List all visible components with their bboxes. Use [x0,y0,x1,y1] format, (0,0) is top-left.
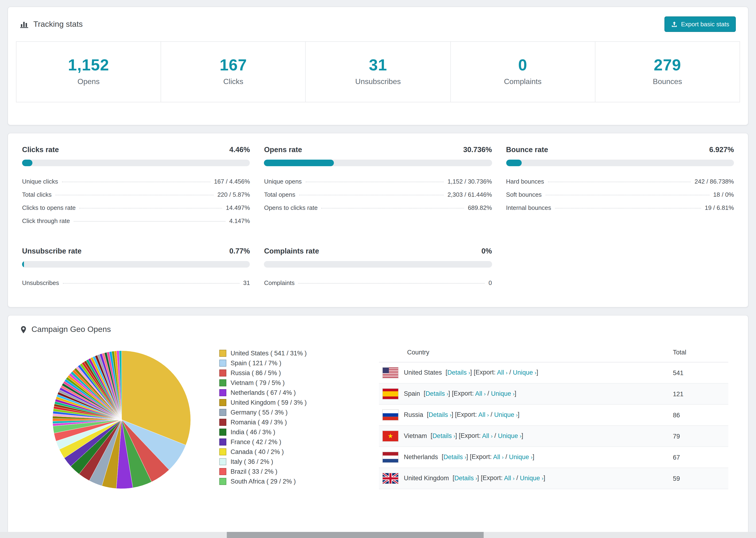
details-link[interactable]: Details › [429,411,452,418]
country-cell: Germany [Details ›] [Export: All › / Uni… [379,489,669,494]
metric-value: 167 / 4.456% [214,178,250,185]
details-link[interactable]: Details › [432,432,455,439]
legend-swatch [219,360,226,367]
stat-label: Bounces [595,78,739,86]
chevron-right-icon: › [502,454,504,460]
export-all-link[interactable]: All › [478,411,489,418]
legend-item: Vietnam ( 79 / 5% ) [219,378,360,388]
legend-item: India ( 46 / 3% ) [219,427,360,437]
chevron-right-icon: › [487,412,489,418]
dotted-leader [299,194,444,195]
metric-row: Complaints0 [264,276,492,289]
chevron-right-icon: › [513,475,514,481]
total-cell: 55 [669,489,728,494]
stat-box-unsubscribes: 31Unsubscribes [305,41,451,102]
table-row: Vietnam [Details ›] [Export: All › / Uni… [379,426,728,447]
legend-item: Canada ( 40 / 2% ) [219,447,360,457]
metric-row: Soft bounces18 / 0% [506,188,734,201]
legend-label: Germany ( 55 / 3% ) [231,409,288,416]
export-unique-link[interactable]: Unique › [520,474,543,481]
export-label: Export: [475,369,496,376]
chevron-right-icon: › [506,370,507,375]
progress-track [264,261,492,268]
tracking-stats-title: Tracking stats [33,20,82,29]
progress-fill [22,261,24,268]
export-label: Export: [472,453,492,460]
flag-ru [383,410,398,420]
details-link[interactable]: Details › [444,453,466,460]
dotted-leader [63,283,240,283]
details-link[interactable]: Details › [454,474,477,481]
legend-label: Spain ( 121 / 7% ) [231,360,281,367]
dotted-leader [545,194,710,195]
country-cell: Russia [Details ›] [Export: All › / Uniq… [379,404,669,426]
legend-label: Canada ( 40 / 2% ) [231,448,284,456]
country-cell: United Kingdom [Details ›] [Export: All … [379,468,669,489]
export-unique-link[interactable]: Unique › [491,390,514,397]
details-link[interactable]: Details › [447,369,470,376]
country-cell: Spain [Details ›] [Export: All › / Uniqu… [379,383,669,404]
legend-swatch [219,389,226,396]
chevron-right-icon: › [513,391,514,397]
rate-value: 6.927% [709,145,734,154]
total-cell: 79 [669,426,728,447]
table-row: Russia [Details ›] [Export: All › / Uniq… [379,404,728,426]
metric-label: Unique opens [264,178,302,185]
export-all-link[interactable]: All › [493,453,504,460]
export-unique-link[interactable]: Unique › [513,369,536,376]
table-row: Netherlands [Details ›] [Export: All › /… [379,447,728,468]
metric-value: 0 [489,279,492,286]
legend-swatch [219,439,226,446]
rate-title: Unsubscribe rate [22,247,81,255]
stat-label: Opens [17,78,161,86]
total-cell: 121 [669,383,728,404]
legend-label: South Africa ( 29 / 2% ) [231,478,296,485]
export-label: Export: [454,390,474,397]
export-basic-stats-button[interactable]: Export basic stats [665,17,736,32]
metric-label: Internal bounces [506,204,551,211]
legend-item: Russia ( 86 / 5% ) [219,368,360,378]
legend-label: Brazil ( 33 / 2% ) [231,468,278,475]
legend-label: France ( 42 / 2% ) [231,439,281,446]
progress-track [506,160,734,166]
unsubscribe-rate: Unsubscribe rate0.77%Unsubscribes31 [22,247,250,289]
export-all-link[interactable]: All › [482,432,493,439]
legend-swatch [219,369,226,377]
legend-item: Spain ( 121 / 7% ) [219,358,360,368]
metric-label: Clicks to opens rate [22,204,76,211]
export-unique-link[interactable]: Unique › [498,432,521,439]
metric-value: 220 / 5.87% [217,191,250,198]
legend-swatch [219,448,226,456]
metric-row: Total opens2,303 / 61.446% [264,188,492,201]
stat-value: 1,152 [17,56,161,74]
legend-swatch [219,350,226,357]
legend-item: Romania ( 49 / 3% ) [219,417,360,427]
export-unique-link[interactable]: Unique › [494,411,518,418]
progress-track [264,160,492,166]
metric-value: 242 / 86.738% [694,178,734,185]
bounce-rate: Bounce rate6.927%Hard bounces242 / 86.73… [506,145,734,227]
geo-opens-header: Campaign Geo Opens [8,315,748,340]
export-unique-link[interactable]: Unique › [509,453,532,460]
legend-item: United States ( 541 / 31% ) [219,348,360,358]
geo-table-header-row: Country Total [379,343,728,362]
metric-value: 2,303 / 61.446% [448,191,492,198]
table-row: Germany [Details ›] [Export: All › / Uni… [379,489,728,494]
metric-row: Clicks to opens rate14.497% [22,201,250,214]
dotted-leader [305,182,444,182]
legend-swatch [219,429,226,436]
export-all-link[interactable]: All › [475,390,486,397]
legend-item: Brazil ( 33 / 2% ) [219,467,360,476]
metric-row: Opens to clicks rate689.82% [264,201,492,214]
export-all-link[interactable]: All › [497,369,508,376]
stat-label: Clicks [161,78,305,86]
geo-pie-svg [51,349,192,490]
stat-value: 167 [161,56,305,74]
details-link[interactable]: Details › [425,390,448,397]
legend-label: India ( 46 / 3% ) [231,429,275,436]
export-all-link[interactable]: All › [504,474,514,481]
tracking-stats-header: Tracking stats Export basic stats [8,7,748,37]
rate-value: 30.736% [463,145,492,154]
scrollbar-thumb[interactable] [227,532,484,538]
horizontal-scrollbar[interactable] [0,532,756,538]
